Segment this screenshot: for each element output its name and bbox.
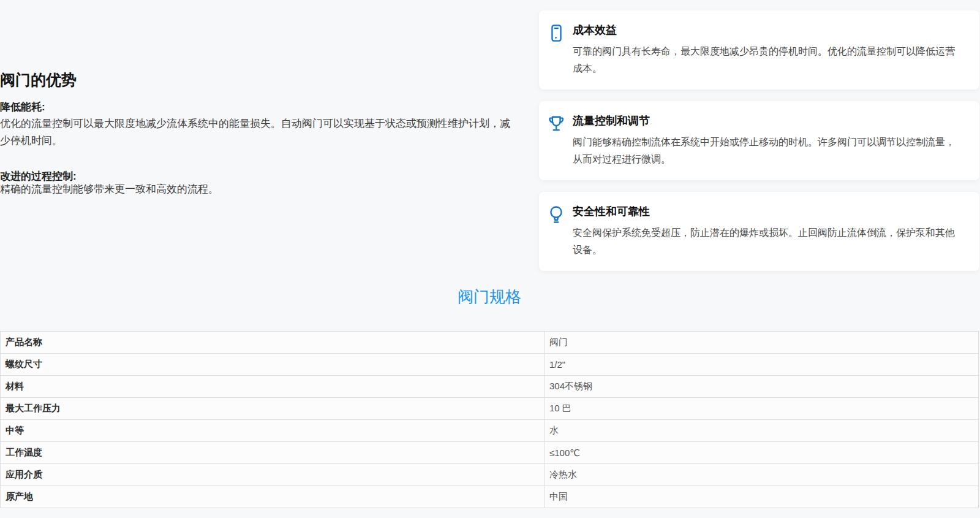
spec-label: 原产地 [1,486,545,508]
advantages-heading: 阀门的优势 [0,70,77,90]
advantage-label-energy: 降低能耗: [0,100,45,114]
lightbulb-icon [547,204,573,225]
benefit-card-title: 成本效益 [573,23,956,37]
spec-label: 中等 [1,420,545,442]
benefit-card-content: 安全性和可靠性 安全阀保护系统免受超压，防止潜在的爆炸或损坏。止回阀防止流体倒流… [573,204,956,259]
specifications-title: 阀门规格 [0,286,979,308]
specifications-table: 产品名称 阀门 螺纹尺寸 1/2" 材料 304不锈钢 最大工作压力 10 巴 … [0,331,979,508]
table-row: 螺纹尺寸 1/2" [1,354,979,376]
table-row: 材料 304不锈钢 [1,376,979,398]
spec-value: 304不锈钢 [545,376,979,398]
benefit-card-title: 安全性和可靠性 [573,204,956,219]
spec-value: ≤100℃ [545,442,979,464]
spec-label: 产品名称 [1,332,545,354]
benefit-card-content: 成本效益 可靠的阀门具有长寿命，最大限度地减少昂贵的停机时间。优化的流量控制可以… [573,23,956,77]
spec-value: 10 巴 [545,398,979,420]
benefit-card-safety: 安全性和可靠性 安全阀保护系统免受超压，防止潜在的爆炸或损坏。止回阀防止流体倒流… [539,192,979,271]
table-row: 原产地 中国 [1,486,979,508]
spec-value: 水 [545,420,979,442]
table-row: 产品名称 阀门 [1,332,979,354]
benefit-card-cost: 成本效益 可靠的阀门具有长寿命，最大限度地减少昂贵的停机时间。优化的流量控制可以… [539,10,979,90]
spec-label: 应用介质 [1,464,545,486]
trophy-icon [547,113,573,134]
advantage-text-process: 精确的流量控制能够带来更一致和高效的流程。 [0,181,512,198]
benefit-cards: 成本效益 可靠的阀门具有长寿命，最大限度地减少昂贵的停机时间。优化的流量控制可以… [539,10,979,283]
benefit-card-content: 流量控制和调节 阀门能够精确控制流体在系统中开始或停止移动的时机。许多阀门可以调… [573,113,956,168]
benefit-card-title: 流量控制和调节 [573,113,956,128]
benefit-card-text: 安全阀保护系统免受超压，防止潜在的爆炸或损坏。止回阀防止流体倒流，保护泵和其他设… [573,224,956,259]
spec-label: 材料 [1,376,545,398]
spec-value: 中国 [545,486,979,508]
spec-label: 工作温度 [1,442,545,464]
table-row: 最大工作压力 10 巴 [1,398,979,420]
product-detail-page: 阀门的优势 降低能耗: 优化的流量控制可以最大限度地减少流体系统中的能量损失。自… [0,0,980,518]
table-row: 中等 水 [1,420,979,442]
spec-value: 冷热水 [545,464,979,486]
spec-label: 最大工作压力 [1,398,545,420]
spec-label: 螺纹尺寸 [1,354,545,376]
table-row: 工作温度 ≤100℃ [1,442,979,464]
benefit-card-text: 阀门能够精确控制流体在系统中开始或停止移动的时机。许多阀门可以调节以控制流量，从… [573,134,956,168]
smartphone-icon [547,23,573,44]
spec-value: 1/2" [545,354,979,376]
spec-value: 阀门 [545,332,979,354]
advantage-text-energy: 优化的流量控制可以最大限度地减少流体系统中的能量损失。自动阀门可以实现基于状态或… [0,115,512,150]
benefit-card-flow-control: 流量控制和调节 阀门能够精确控制流体在系统中开始或停止移动的时机。许多阀门可以调… [539,101,979,180]
table-row: 应用介质 冷热水 [1,464,979,486]
benefit-card-text: 可靠的阀门具有长寿命，最大限度地减少昂贵的停机时间。优化的流量控制可以降低运营成… [573,43,956,77]
